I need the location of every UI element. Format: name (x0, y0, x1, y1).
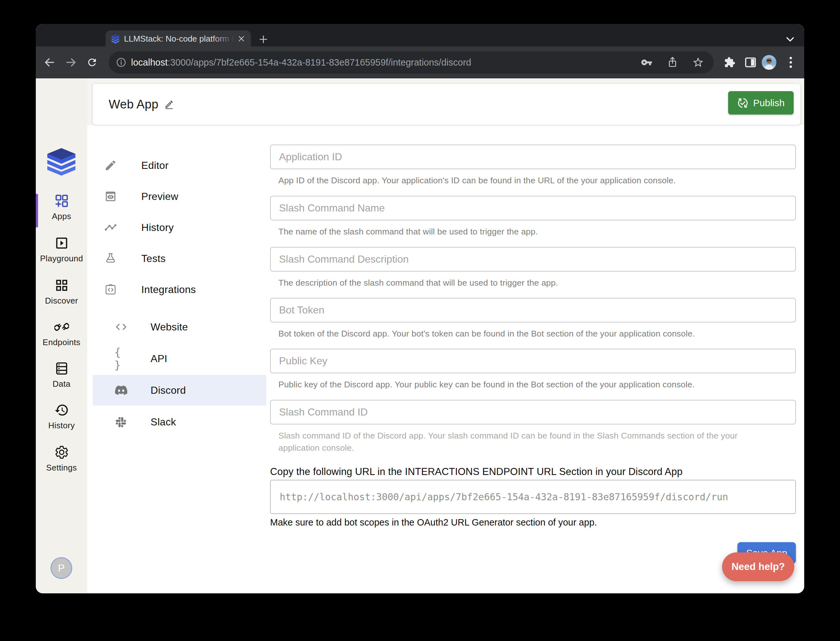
slash-command-description-helper: The description of the slash command tha… (278, 277, 764, 289)
new-tab-button[interactable] (256, 33, 270, 46)
endpoint-url-text: http://localhost:3000/api/apps/7bf2e665-… (279, 492, 728, 502)
slash-command-description-input[interactable] (271, 248, 795, 271)
extensions-puzzle-icon[interactable] (722, 55, 738, 70)
llmstack-logo-icon[interactable] (46, 147, 77, 177)
bot-token-helper: Bot token of the Discord app. Your bot's… (278, 327, 764, 340)
profile-avatar[interactable] (762, 55, 776, 70)
sidebar-item-playground[interactable]: Playground (36, 236, 87, 264)
slash-command-description-field[interactable] (270, 247, 796, 272)
user-avatar[interactable]: P (50, 557, 72, 579)
endpoint-url-heading: Copy the following URL in the INTERACTIO… (270, 466, 683, 478)
tab-title: LLMStack: No-code platform to (124, 34, 234, 44)
browser-tab[interactable]: LLMStack: No-code platform to (106, 31, 251, 47)
dashboard-customize-icon (36, 193, 87, 208)
discord-icon (114, 383, 128, 397)
application-id-input[interactable] (271, 145, 795, 169)
public-key-helper: Public key of the Discord app. Your publ… (278, 378, 764, 391)
tab-close-icon[interactable] (238, 35, 245, 42)
slash-command-id-input[interactable] (271, 401, 795, 424)
tab-favicon-llmstack-icon (111, 34, 120, 43)
preview-icon (104, 189, 117, 203)
need-help-button[interactable]: Need help? (722, 552, 794, 581)
site-info-icon[interactable] (116, 57, 127, 68)
nav-item-preview[interactable]: Preview (93, 188, 266, 205)
braces-icon: { } (114, 351, 128, 366)
slash-command-name-field[interactable] (270, 196, 796, 221)
side-panel-icon[interactable] (742, 55, 758, 70)
publish-sync-icon (737, 97, 748, 109)
plug-icon (36, 319, 87, 334)
nav-item-website[interactable]: Website (93, 318, 266, 335)
nav-item-history[interactable]: History (93, 219, 266, 236)
pencil-icon (104, 158, 117, 172)
sidebar-item-data[interactable]: Data (36, 361, 87, 389)
application-id-field[interactable] (270, 145, 796, 169)
grid-view-icon (36, 278, 87, 293)
slash-command-name-helper: The name of the slash command that will … (278, 225, 764, 238)
slash-command-id-field[interactable] (270, 400, 796, 424)
browser-menu-dots-icon[interactable] (784, 55, 798, 70)
password-key-icon[interactable] (641, 56, 652, 68)
bot-token-input[interactable] (271, 298, 795, 322)
browser-window: LLMStack: No-code platform to localhost:… (36, 24, 804, 593)
nav-item-editor[interactable]: Editor (93, 157, 266, 174)
back-button[interactable] (42, 55, 58, 70)
integration-icon (104, 282, 117, 296)
nav-item-api[interactable]: { } API (93, 350, 266, 367)
gear-icon (36, 445, 87, 460)
sidebar-item-settings[interactable]: Settings (36, 445, 87, 473)
forward-button[interactable] (63, 55, 79, 70)
slash-command-id-helper: Slash command ID of the Discord app. You… (278, 430, 764, 454)
nav-item-slack[interactable]: Slack (93, 413, 266, 430)
flask-icon (104, 251, 117, 266)
url-text: localhost:3000/apps/7bf2e665-154a-432a-8… (131, 57, 471, 68)
timeline-icon (104, 221, 117, 234)
publish-button[interactable]: Publish (728, 91, 793, 114)
bot-token-field[interactable] (270, 298, 796, 322)
share-icon[interactable] (667, 56, 678, 68)
code-icon (114, 320, 128, 334)
app-header-card (93, 84, 800, 125)
public-key-field[interactable] (270, 349, 796, 373)
slash-command-name-input[interactable] (271, 196, 795, 220)
slideshow-icon (36, 236, 87, 250)
storage-icon (36, 361, 87, 376)
bot-scopes-note: Make sure to add bot scopes in the OAuth… (270, 517, 597, 528)
nav-item-discord[interactable]: Discord (93, 382, 266, 399)
address-bar[interactable]: localhost:3000/apps/7bf2e665-154a-432a-8… (109, 51, 714, 74)
endpoint-url-box[interactable]: http://localhost:3000/api/apps/7bf2e665-… (270, 480, 796, 514)
page-title: Web App (109, 84, 174, 125)
tab-search-chevron-icon[interactable] (783, 34, 797, 45)
sidebar-item-history[interactable]: History (36, 403, 87, 430)
history-clock-icon (36, 403, 87, 417)
sidebar-item-endpoints[interactable]: Endpoints (36, 319, 87, 347)
public-key-input[interactable] (271, 349, 795, 373)
application-id-helper: App ID of the Discord app. Your applicat… (278, 174, 764, 187)
bookmark-star-icon[interactable] (692, 56, 704, 68)
sidebar-item-apps[interactable]: Apps (36, 193, 87, 221)
nav-item-integrations[interactable]: Integrations (93, 281, 266, 298)
reload-button[interactable] (84, 55, 100, 70)
edit-title-icon[interactable] (164, 100, 174, 109)
sidebar-item-discover[interactable]: Discover (36, 278, 87, 306)
slack-icon (114, 415, 128, 429)
nav-item-tests[interactable]: Tests (93, 250, 266, 267)
